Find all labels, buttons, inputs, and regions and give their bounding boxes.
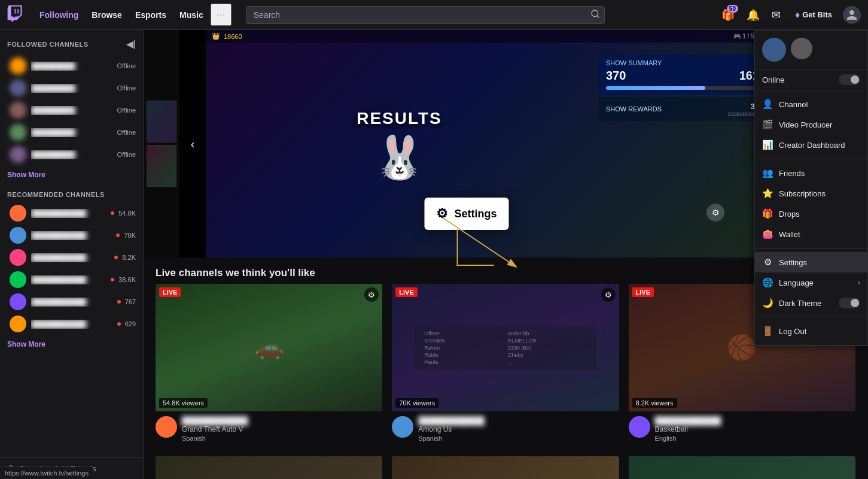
diamond-icon: ♦ — [795, 10, 800, 20]
card-info-3: ████████████ Basketball English — [629, 411, 855, 447]
menu-drops-button[interactable]: 🎁 Drops — [755, 204, 867, 224]
video-left-strip — [144, 30, 179, 257]
rec-info-6: ██████████ — [31, 320, 117, 329]
menu-wallet-button[interactable]: 👛 Wallet — [755, 224, 867, 244]
card-channel-name-1: ████████████ — [182, 416, 382, 425]
menu-subscriptions-button[interactable]: ⭐ Subscriptions — [755, 183, 867, 204]
notifications-button[interactable]: 🔔 — [743, 5, 763, 25]
search-input[interactable] — [246, 6, 605, 24]
bottom-card-3[interactable]: English — [629, 456, 855, 479]
show-more-recommended-button[interactable]: Show More — [0, 335, 143, 353]
rec-info-4: ██████████ — [31, 275, 111, 284]
friends-label: Friends — [779, 169, 805, 178]
menu-channel-button[interactable]: 👤 Channel — [755, 94, 867, 114]
rec-info-2: ██████████ — [31, 231, 116, 240]
online-toggle-knob — [851, 75, 859, 84]
dark-theme-toggle-knob — [851, 299, 859, 307]
card-live-badge-2: LIVE — [395, 287, 417, 297]
followed-channel-item-2[interactable]: ████████ Offline — [2, 77, 141, 99]
menu-creator-dashboard-button[interactable]: 📊 Creator Dashboard — [755, 135, 867, 155]
rec-name-4: ██████████ — [31, 275, 111, 284]
channel-card-2[interactable]: Officerander bb STANEKELMELLOR RavenDON … — [392, 284, 619, 447]
card-details-2: ████████████ Among Us Spanish — [418, 416, 619, 442]
rec-avatar-4 — [10, 271, 26, 288]
rec-channel-item-2[interactable]: ██████████ 70K — [2, 225, 141, 246]
show-summary-label: SHOW SUMMARY — [606, 59, 759, 66]
nav-following[interactable]: Following — [33, 4, 84, 26]
channel-card-1[interactable]: 🚗 LIVE ⚙ 54.8K viewers ████████████ Gran… — [156, 284, 382, 447]
show-more-followed-button[interactable]: Show More — [0, 166, 143, 184]
bottom-thumb-2 — [392, 456, 619, 479]
nav-music[interactable]: Music — [173, 4, 209, 26]
status-url: https://www.twitch.tv/settings — [5, 469, 89, 477]
nav-browse[interactable]: Browse — [86, 4, 128, 26]
user-menu: Online 👤 Channel 🎬 Video Producer 📊 Crea… — [754, 30, 868, 346]
twitch-logo[interactable] — [7, 5, 24, 25]
rec-viewers-2: 70K — [124, 232, 136, 239]
card-details-1: ████████████ Grand Theft Auto V Spanish — [182, 416, 382, 442]
card-info-2: ████████████ Among Us Spanish — [392, 411, 619, 447]
rec-avatar-1 — [10, 205, 26, 222]
menu-language-button[interactable]: 🌐 Language › — [755, 272, 867, 293]
bottom-card-1[interactable]: Spanish — [156, 456, 382, 479]
bottom-card-2[interactable]: Spanish — [392, 456, 619, 479]
whispers-button[interactable]: ✉ — [768, 5, 784, 25]
menu-video-producer-button[interactable]: 🎬 Video Producer — [755, 114, 867, 135]
nav-more-button[interactable]: ··· — [211, 4, 232, 26]
logout-icon: 🚪 — [762, 326, 773, 336]
rec-channel-item-4[interactable]: ██████████ 38.6K — [2, 269, 141, 290]
top-navigation: Following Browse Esports Music ··· 50 🎁 … — [0, 0, 868, 30]
dark-theme-toggle[interactable] — [839, 298, 860, 308]
rec-channel-item-6[interactable]: ██████████ 629 — [2, 313, 141, 335]
subscriptions-label: Subscriptions — [779, 189, 826, 198]
followed-channels-list: ████████ Offline ████████ Offline ██████… — [0, 55, 143, 165]
rec-channel-item-5[interactable]: ██████████ 767 — [2, 291, 141, 313]
card-settings-button-2[interactable]: ⚙ — [601, 287, 616, 302]
user-menu-avatar-large — [762, 38, 786, 62]
sidebar-collapse-button[interactable]: ◀| — [124, 37, 138, 51]
bottom-cards-grid: Spanish Spanish English — [144, 456, 868, 479]
live-dot-6 — [117, 322, 121, 326]
menu-logout-button[interactable]: 🚪 Log Out — [755, 321, 867, 341]
rec-avatar-5 — [10, 293, 26, 310]
search-button[interactable] — [590, 9, 600, 21]
card-language-1: Spanish — [182, 435, 382, 442]
crown-count: 18660 — [224, 33, 242, 40]
rec-channel-item-3[interactable]: ██████████ 8.2K — [2, 247, 141, 268]
menu-friends-button[interactable]: 👥 Friends — [755, 163, 867, 183]
menu-section-settings: ⚙ Settings 🌐 Language › 🌙 Dark Theme — [755, 248, 867, 317]
followed-name-1: ████████ — [31, 62, 117, 71]
online-toggle[interactable] — [839, 74, 860, 85]
logout-label: Log Out — [779, 327, 806, 336]
sidebar: FOLLOWED CHANNELS ◀| ████████ Offline ██… — [0, 30, 144, 479]
followed-info-5: ████████ — [31, 150, 117, 159]
rec-avatar-6 — [10, 316, 26, 332]
followed-channels-header: FOLLOWED CHANNELS ◀| — [0, 30, 143, 54]
card-details-3: ████████████ Basketball English — [655, 416, 855, 442]
rec-name-2: ██████████ — [31, 231, 116, 240]
wallet-label: Wallet — [779, 230, 800, 239]
live-dot-1 — [111, 211, 114, 215]
stat1: 370 — [606, 69, 626, 83]
results-text: RESULTS — [357, 109, 442, 128]
followed-name-3: ████████ — [31, 106, 117, 115]
rec-channel-item-1[interactable]: ██████████ 54.8K — [2, 202, 141, 224]
followed-channel-item-5[interactable]: ████████ Offline — [2, 144, 141, 165]
card-avatar-3 — [629, 416, 650, 438]
search-bar — [246, 6, 605, 24]
video-prev-button[interactable]: ‹ — [182, 133, 203, 154]
rec-viewers-3: 8.2K — [122, 254, 136, 261]
drops-icon: 🎁 — [762, 208, 773, 219]
followed-channel-item-1[interactable]: ████████ Offline — [2, 55, 141, 77]
menu-section-social: 👥 Friends ⭐ Subscriptions 🎁 Drops 👛 Wall… — [755, 159, 867, 248]
bits-button[interactable]: 50 🎁 — [718, 5, 738, 25]
menu-settings-button[interactable]: ⚙ Settings — [755, 252, 867, 272]
live-dot-2 — [116, 234, 120, 237]
nav-esports[interactable]: Esports — [129, 4, 172, 26]
rec-viewers-5: 767 — [125, 298, 136, 305]
followed-channel-item-4[interactable]: ████████ Offline — [2, 122, 141, 143]
followed-channel-item-3[interactable]: ████████ Offline — [2, 99, 141, 121]
get-bits-button[interactable]: ♦ Get Bits — [789, 6, 838, 24]
user-avatar-button[interactable] — [843, 6, 861, 24]
followed-status-3: Offline — [117, 107, 136, 114]
